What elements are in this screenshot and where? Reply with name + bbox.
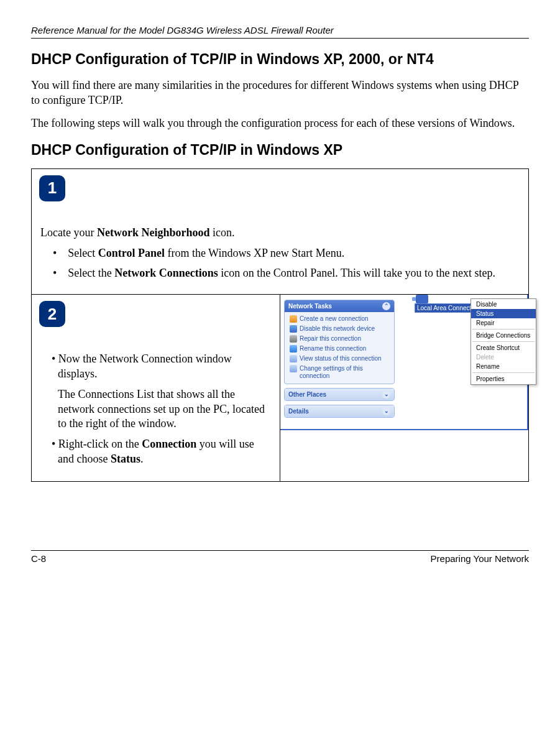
panel-title: Other Places	[288, 391, 326, 398]
menu-properties[interactable]: Properties	[471, 374, 536, 384]
step-2-bullet-2: • Right-click on the Connection you will…	[52, 437, 272, 466]
menu-separator	[472, 341, 535, 342]
task-label: View status of this connection	[300, 355, 382, 362]
step-2-text-cell: 2 • Now the Network Connection window di…	[32, 295, 280, 482]
text: Select	[68, 247, 98, 259]
panel-title: Details	[288, 408, 309, 415]
task-label: Create a new connection	[300, 315, 369, 323]
intro-paragraph-1: You will find there are many similaritie…	[31, 78, 529, 108]
text-bold: Connection	[142, 438, 196, 450]
text-bold: Network Connections	[114, 267, 218, 279]
page-number: C-8	[31, 553, 46, 564]
task-change-settings[interactable]: Change settings of this connection	[286, 364, 393, 380]
disable-icon	[290, 325, 297, 333]
network-tasks-block: Network Tasks ⌃ Create a new connection …	[284, 300, 395, 384]
screenshot-network-connections: Network Tasks ⌃ Create a new connection …	[280, 295, 528, 430]
view-status-icon	[290, 355, 297, 362]
heading-main: DHCP Configuration of TCP/IP in Windows …	[31, 51, 529, 68]
step-2-screenshot-cell: Network Tasks ⌃ Create a new connection …	[280, 295, 529, 482]
text: from the Windows XP new Start Menu.	[165, 247, 344, 259]
menu-disable[interactable]: Disable	[471, 300, 536, 309]
task-view-status[interactable]: View status of this connection	[286, 354, 393, 364]
text: icon on the Control Panel. This will tak…	[218, 267, 495, 279]
network-tasks-header[interactable]: Network Tasks ⌃	[285, 300, 394, 312]
text: .	[140, 453, 144, 465]
heading-sub: DHCP Configuration of TCP/IP in Windows …	[31, 142, 529, 159]
menu-separator	[472, 372, 535, 373]
text: Now the Network Connection window displa…	[58, 352, 232, 379]
text: Right-click on the	[58, 438, 142, 450]
menu-delete: Delete	[471, 352, 536, 362]
menu-bridge[interactable]: Bridge Connections	[471, 331, 536, 340]
expand-icon[interactable]: ⌄	[382, 407, 390, 415]
other-places-block[interactable]: Other Places ⌄	[284, 388, 395, 401]
task-repair-connection[interactable]: Repair this connection	[286, 334, 393, 344]
step-2-subpara: The Connections List that shows all the …	[58, 387, 272, 431]
text: icon.	[209, 226, 234, 239]
menu-rename[interactable]: Rename	[471, 362, 536, 371]
task-rename-connection[interactable]: Rename this connection	[286, 344, 393, 354]
text-bold: Status	[111, 453, 140, 465]
context-menu: Disable Status Repair Bridge Connections…	[470, 298, 536, 385]
rename-icon	[290, 345, 297, 352]
menu-shortcut[interactable]: Create Shortcut	[471, 343, 536, 352]
page-footer: C-8 Preparing Your Network	[31, 550, 529, 564]
task-panel: Network Tasks ⌃ Create a new connection …	[284, 300, 395, 422]
step-1-intro: Locate your Network Neighborhood icon.	[40, 226, 521, 239]
step-2-bullet-1: • Now the Network Connection window disp…	[52, 352, 272, 381]
repair-icon	[290, 335, 297, 343]
steps-table: 1 Locate your Network Neighborhood icon.…	[31, 168, 529, 482]
intro-paragraph-2: The following steps will walk you throug…	[31, 116, 529, 131]
text-bold: Network Neighborhood	[97, 226, 210, 239]
task-label: Rename this connection	[300, 345, 366, 352]
text: Select the	[68, 267, 114, 279]
chapter-title: Preparing Your Network	[431, 553, 529, 564]
panel-title: Network Tasks	[288, 303, 332, 310]
list-item: Select Control Panel from the Windows XP…	[53, 246, 521, 260]
menu-status[interactable]: Status	[471, 309, 536, 318]
network-adapter-icon	[416, 295, 428, 303]
new-connection-icon	[290, 315, 297, 323]
text-bold: Control Panel	[98, 247, 165, 259]
expand-icon[interactable]: ⌄	[382, 390, 390, 399]
settings-icon	[290, 365, 297, 372]
menu-separator	[472, 329, 535, 329]
collapse-icon[interactable]: ⌃	[382, 302, 390, 310]
task-label: Repair this connection	[300, 335, 361, 343]
running-header: Reference Manual for the Model DG834G Wi…	[31, 25, 529, 39]
menu-repair[interactable]: Repair	[471, 318, 536, 328]
task-label: Change settings of this connection	[300, 365, 390, 379]
task-create-connection[interactable]: Create a new connection	[286, 314, 393, 324]
list-item: Select the Network Connections icon on t…	[53, 265, 521, 280]
step-1-cell: 1 Locate your Network Neighborhood icon.…	[32, 168, 529, 295]
step-1-bullets: Select Control Panel from the Windows XP…	[39, 246, 521, 281]
task-label: Disable this network device	[300, 325, 375, 333]
step-1-badge: 1	[39, 175, 65, 201]
details-block[interactable]: Details ⌄	[284, 405, 395, 418]
step-2-badge: 2	[39, 301, 65, 327]
text: Locate your	[40, 226, 97, 239]
task-disable-device[interactable]: Disable this network device	[286, 324, 393, 334]
